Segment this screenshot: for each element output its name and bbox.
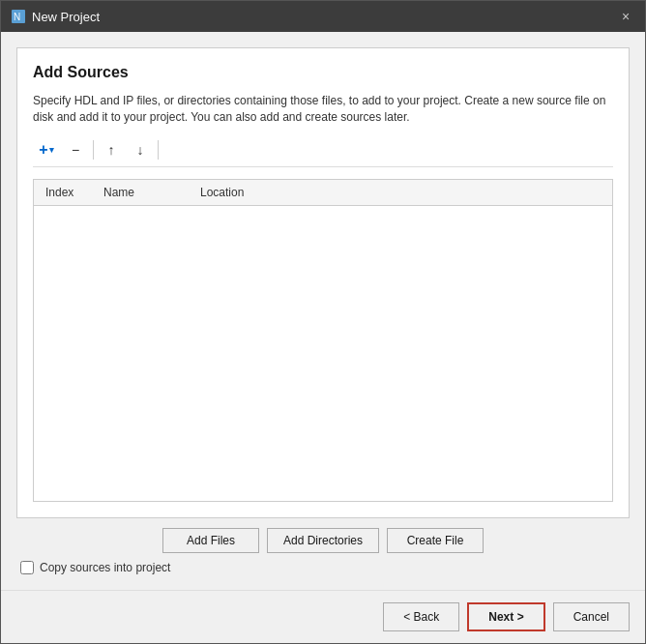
cancel-button[interactable]: Cancel xyxy=(553,602,630,631)
col-header-location: Location xyxy=(196,184,604,201)
file-buttons-row: Add Files Add Directories Create File xyxy=(16,528,630,553)
dialog: N New Project × Add Sources Specify HDL … xyxy=(0,0,646,644)
table-header: Index Name Location xyxy=(34,180,612,206)
dialog-content: Add Sources Specify HDL and IP files, or… xyxy=(1,32,645,590)
create-file-button[interactable]: Create File xyxy=(387,528,484,553)
window-title: New Project xyxy=(32,10,100,24)
col-header-index: Index xyxy=(42,184,100,201)
table-body xyxy=(34,206,612,502)
add-directories-button[interactable]: Add Directories xyxy=(267,528,379,553)
main-card: Add Sources Specify HDL and IP files, or… xyxy=(16,47,630,518)
card-description: Specify HDL and IP files, or directories… xyxy=(33,93,613,126)
title-bar: N New Project × xyxy=(1,1,645,32)
source-toolbar: +▾ − ↑ ↓ xyxy=(33,137,613,167)
copy-sources-label: Copy sources into project xyxy=(40,561,170,574)
next-button[interactable]: Next > xyxy=(467,602,544,631)
dialog-footer: < Back Next > Cancel xyxy=(1,590,645,643)
close-button[interactable]: × xyxy=(616,7,635,26)
copy-sources-row: Copy sources into project xyxy=(16,561,630,574)
dropdown-arrow-icon: ▾ xyxy=(49,145,54,155)
add-files-button[interactable]: Add Files xyxy=(162,528,259,553)
copy-sources-checkbox[interactable] xyxy=(20,561,34,574)
down-arrow-icon: ↓ xyxy=(137,142,144,158)
plus-icon: + xyxy=(39,141,47,159)
move-up-button[interactable]: ↑ xyxy=(98,137,125,162)
add-source-button[interactable]: +▾ xyxy=(33,137,60,162)
source-table: Index Name Location xyxy=(33,179,613,502)
toolbar-separator xyxy=(93,140,94,160)
svg-text:N: N xyxy=(14,12,20,22)
col-header-name: Name xyxy=(100,184,196,201)
card-title: Add Sources xyxy=(33,64,613,81)
title-bar-left: N New Project xyxy=(11,9,100,24)
toolbar-separator-2 xyxy=(158,140,159,160)
up-arrow-icon: ↑ xyxy=(108,142,115,158)
back-button[interactable]: < Back xyxy=(383,602,459,631)
remove-source-button[interactable]: − xyxy=(62,137,89,162)
move-down-button[interactable]: ↓ xyxy=(127,137,154,162)
bottom-controls: Add Files Add Directories Create File Co… xyxy=(16,528,630,574)
app-icon: N xyxy=(11,9,26,24)
